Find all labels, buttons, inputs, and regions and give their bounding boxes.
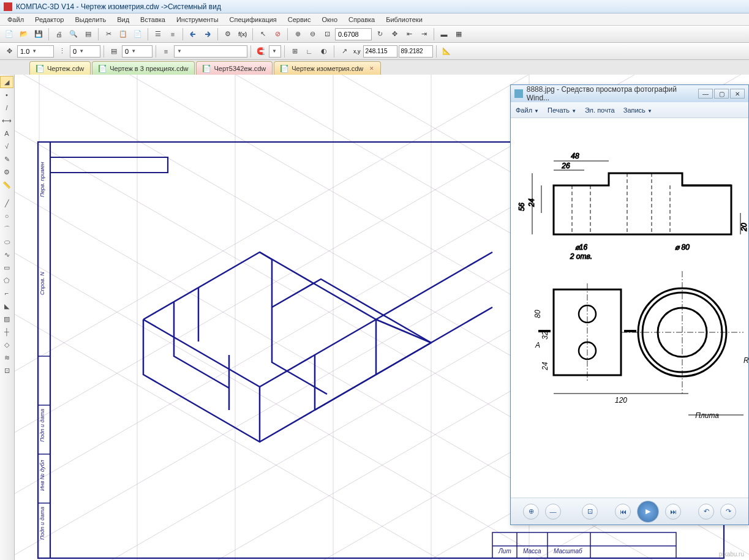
hatch-tool[interactable]: ▨ — [0, 313, 13, 325]
move-button[interactable]: ✥ — [388, 28, 401, 41]
magnet-combo[interactable]: ▼ — [269, 45, 281, 58]
point-tool[interactable]: • — [0, 89, 13, 101]
viewer-menu-file[interactable]: Файл ▼ — [516, 106, 539, 114]
local-cs-button[interactable]: ↗ — [337, 45, 351, 58]
ortho-button[interactable]: ∟ — [303, 45, 316, 58]
rotate-ccw-icon[interactable]: ↶ — [698, 504, 714, 520]
poly-tool[interactable]: ⬠ — [0, 274, 13, 286]
viewer-menu-print[interactable]: Печать ▼ — [548, 106, 576, 114]
menu-select[interactable]: Выделить — [70, 15, 111, 24]
viewer-menu-email[interactable]: Эл. почта — [585, 106, 615, 114]
rect-tool[interactable]: ▭ — [0, 261, 13, 274]
tab-chertezh[interactable]: 📄Чертеж.cdw — [29, 61, 91, 75]
manage-button[interactable]: ⚙ — [221, 28, 235, 41]
next-icon[interactable]: ⏭ — [665, 504, 681, 520]
main-menubar[interactable]: Файл Редактор Выделить Вид Вставка Инстр… — [0, 13, 749, 26]
zoom-prev-button[interactable]: ⇤ — [402, 28, 416, 41]
menu-service[interactable]: Сервис — [283, 15, 316, 24]
menu-window[interactable]: Окно — [317, 15, 342, 24]
chamfer-tool[interactable]: ◣ — [0, 300, 13, 312]
zoom-out-button[interactable]: ⊖ — [306, 28, 319, 41]
rotate-cw-icon[interactable]: ↷ — [720, 504, 736, 520]
grid-button[interactable]: ⊞ — [288, 45, 301, 58]
linewidth-combo[interactable]: 1.0▼ — [17, 45, 54, 58]
menu-view[interactable]: Вид — [112, 15, 134, 24]
menu-tools[interactable]: Инструменты — [171, 15, 224, 24]
menu-spec[interactable]: Спецификация — [225, 15, 282, 24]
measure-button[interactable]: 📐 — [440, 45, 453, 58]
layers-button[interactable]: ▤ — [107, 45, 121, 58]
menu-file[interactable]: Файл — [2, 15, 29, 24]
coord-x[interactable] — [363, 45, 397, 58]
viewer-menu-burn[interactable]: Запись ▼ — [623, 106, 652, 114]
open-button[interactable]: 📂 — [17, 28, 31, 41]
photo-viewer-window[interactable]: 8888.jpg - Средство просмотра фотографий… — [510, 84, 749, 525]
fit-icon[interactable]: ⊡ — [582, 504, 598, 520]
shade-button[interactable]: ▦ — [452, 28, 465, 41]
rough-tool[interactable]: √ — [0, 140, 13, 152]
round-button[interactable]: ◐ — [317, 45, 331, 58]
text-tool[interactable]: A — [0, 127, 13, 140]
menu-help[interactable]: Справка — [344, 15, 380, 24]
paste-button[interactable]: 📄 — [131, 28, 145, 41]
geom-tool[interactable]: ◢ — [0, 76, 13, 88]
stop-button[interactable]: ⊘ — [271, 28, 284, 41]
undo-button[interactable] — [186, 28, 200, 41]
param-tool[interactable]: ⚙ — [0, 166, 13, 178]
contour-tool[interactable]: ◇ — [0, 338, 13, 351]
new-button[interactable]: 📄 — [2, 28, 16, 41]
properties-button[interactable]: ☰ — [151, 28, 165, 41]
tab-3proj[interactable]: 📄Чертеж в 3 прекциях.cdw — [92, 61, 195, 75]
tab-isometry[interactable]: 📄Чертеж изометрия.cdw✕ — [274, 61, 381, 75]
refresh-button[interactable]: ↻ — [373, 28, 386, 41]
zoom-in-icon[interactable]: ⊕ — [523, 504, 539, 520]
segment-tool[interactable]: ╱ — [0, 197, 13, 209]
arrow-button[interactable]: ↖ — [256, 28, 269, 41]
zoom-out-icon[interactable]: — — [545, 504, 561, 520]
measure-tool[interactable]: 📏 — [0, 179, 13, 191]
print-button[interactable]: 🖨 — [52, 28, 66, 41]
edit-tool[interactable]: ✎ — [0, 153, 13, 165]
vars-button[interactable]: ≡ — [166, 28, 179, 41]
equid-tool[interactable]: ≋ — [0, 351, 13, 364]
close-button[interactable]: ✕ — [730, 89, 745, 99]
close-tab-icon[interactable]: ✕ — [369, 65, 374, 72]
circle-tool[interactable]: ○ — [0, 210, 13, 222]
tab-5342[interactable]: 📄Черт5342еж.cdw — [196, 61, 273, 75]
slideshow-icon[interactable]: ▶ — [637, 501, 659, 523]
maximize-button[interactable]: ▢ — [714, 89, 729, 99]
zoom-next-button[interactable]: ⇥ — [417, 28, 431, 41]
menu-libraries[interactable]: Библиотеки — [381, 15, 427, 24]
line-tool[interactable]: / — [0, 102, 13, 114]
style-button[interactable]: ≡ — [159, 45, 173, 58]
zoom-in-button[interactable]: ⊕ — [291, 28, 304, 41]
layer-combo[interactable]: 0▼ — [122, 45, 152, 58]
coord-y[interactable] — [399, 45, 433, 58]
dim-tool[interactable]: ⟷ — [0, 114, 13, 127]
save-button[interactable]: 💾 — [32, 28, 45, 41]
menu-insert[interactable]: Вставка — [135, 15, 170, 24]
copy-button[interactable]: 📋 — [116, 28, 130, 41]
preview-button[interactable]: 🔍 — [67, 28, 80, 41]
linetype-button[interactable]: ▬ — [437, 28, 451, 41]
spline-tool[interactable]: ∿ — [0, 248, 13, 261]
arc-tool[interactable]: ⌒ — [0, 223, 13, 235]
aux-tool[interactable]: ┼ — [0, 326, 13, 338]
zoom-input[interactable] — [335, 28, 372, 40]
step-combo[interactable]: 0▼ — [70, 45, 100, 58]
ellipse-tool[interactable]: ⬭ — [0, 236, 13, 248]
step-button[interactable]: ⋮ — [55, 45, 69, 58]
redo-button[interactable] — [201, 28, 214, 41]
menu-editor[interactable]: Редактор — [30, 15, 69, 24]
zoom-fit-button[interactable]: ⊡ — [320, 28, 334, 41]
spec-button[interactable]: ▤ — [81, 28, 95, 41]
magnet-button[interactable]: 🧲 — [254, 45, 268, 58]
fillet-tool[interactable]: ⌐ — [0, 287, 13, 299]
prev-icon[interactable]: ⏮ — [615, 504, 631, 520]
minimize-button[interactable]: — — [698, 89, 713, 99]
snap-button[interactable]: ✥ — [2, 45, 16, 58]
viewer-titlebar[interactable]: 8888.jpg - Средство просмотра фотографий… — [511, 85, 748, 102]
collect-tool[interactable]: ⊡ — [0, 364, 13, 376]
fx-button[interactable]: f(x) — [236, 28, 249, 41]
style-combo[interactable]: ▼ — [174, 45, 247, 58]
